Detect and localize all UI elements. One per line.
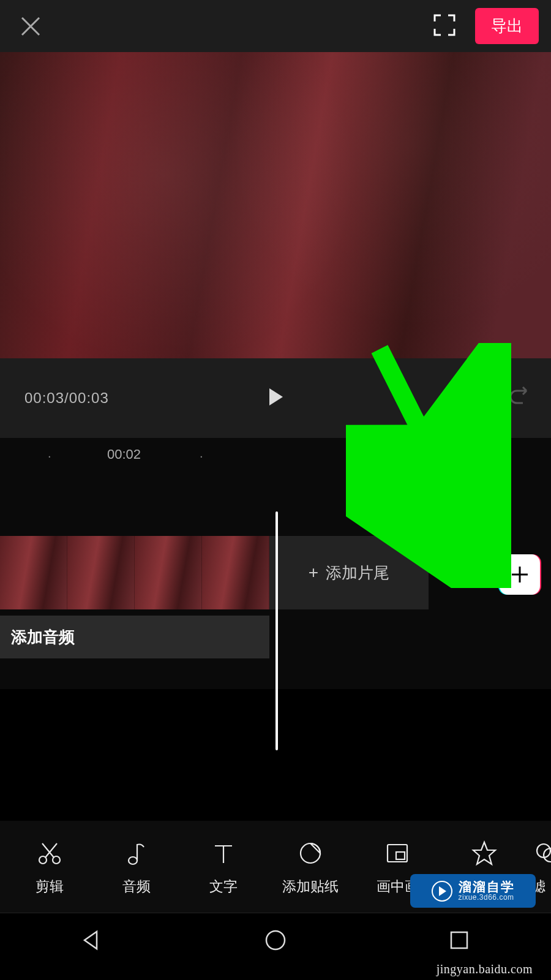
play-button[interactable] <box>264 386 287 410</box>
export-button[interactable]: 导出 <box>475 8 539 44</box>
add-clip-button[interactable] <box>500 554 540 595</box>
circle-home-icon <box>262 927 289 954</box>
nav-recent-button[interactable] <box>446 927 473 956</box>
add-audio-button[interactable]: 添加音频 <box>0 616 269 658</box>
svg-rect-5 <box>396 852 405 859</box>
undo-button[interactable] <box>456 385 481 412</box>
video-clip[interactable] <box>0 536 269 609</box>
watermark-badge: 溜溜自学 zixue.3d66.com <box>410 874 536 908</box>
timeline-ruler[interactable]: · 00:02 · <box>0 438 551 469</box>
time-display: 00:03/00:03 <box>24 390 109 407</box>
tool-label: 剪辑 <box>36 877 64 896</box>
playback-bar: 00:03/00:03 <box>0 358 551 438</box>
square-recent-icon <box>446 927 473 954</box>
watermark-source: jingyan.baidu.com <box>437 962 533 976</box>
watermark-subtitle: zixue.3d66.com <box>459 894 515 902</box>
header-bar: 导出 <box>0 0 551 52</box>
sticker-icon <box>297 840 324 867</box>
timeline-area[interactable]: + 添加片尾 添加音频 <box>0 469 551 689</box>
redo-button <box>508 385 533 412</box>
fullscreen-icon <box>432 13 457 37</box>
playhead[interactable] <box>276 511 278 750</box>
nav-back-button[interactable] <box>78 927 105 956</box>
plus-icon: + <box>309 563 318 582</box>
close-button[interactable] <box>12 8 49 45</box>
tool-label: 音频 <box>122 877 151 896</box>
tool-audio[interactable]: 音频 <box>93 838 180 896</box>
undo-icon <box>456 385 481 409</box>
tool-text[interactable]: 文字 <box>180 838 267 896</box>
watermark-title: 溜溜自学 <box>459 880 515 894</box>
tool-sticker[interactable]: 添加贴纸 <box>267 838 354 896</box>
triangle-back-icon <box>78 927 105 954</box>
ruler-tick-label: 00:02 <box>107 447 141 462</box>
tool-label: 文字 <box>209 877 238 896</box>
fullscreen-button[interactable] <box>432 13 457 40</box>
music-note-icon <box>123 840 150 867</box>
add-tail-label: 添加片尾 <box>326 562 389 584</box>
scissors-icon <box>36 840 63 867</box>
tool-label: 添加贴纸 <box>282 877 339 896</box>
text-icon <box>210 840 237 867</box>
nav-home-button[interactable] <box>262 927 289 956</box>
svg-rect-9 <box>451 932 467 948</box>
filter-icon <box>533 840 551 867</box>
svg-point-2 <box>129 857 137 864</box>
watermark-play-icon <box>432 881 452 902</box>
add-audio-label: 添加音频 <box>11 627 75 648</box>
add-tail-button[interactable]: + 添加片尾 <box>269 536 429 609</box>
svg-point-8 <box>266 931 285 949</box>
ruler-dot: · <box>200 449 203 463</box>
ruler-dot: · <box>48 449 51 463</box>
pip-icon <box>384 840 411 867</box>
video-preview[interactable] <box>0 52 551 358</box>
play-icon <box>264 386 287 408</box>
close-icon <box>18 14 43 39</box>
redo-icon <box>508 385 533 409</box>
plus-icon <box>509 564 530 585</box>
tool-edit[interactable]: 剪辑 <box>6 838 93 896</box>
star-icon <box>471 840 498 867</box>
